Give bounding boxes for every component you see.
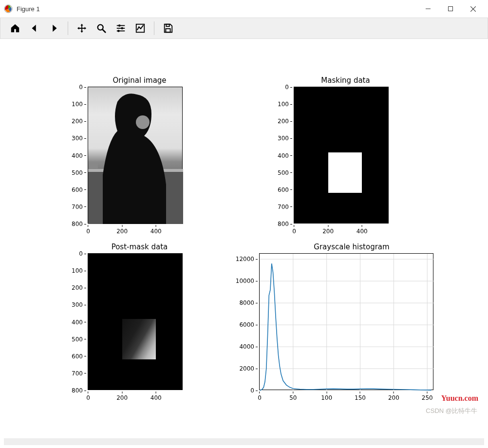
svg-line-6 [103, 30, 106, 33]
pan-button[interactable] [73, 19, 91, 37]
toolbar-separator [154, 21, 154, 35]
window-title: Figure 1 [17, 5, 417, 13]
back-button[interactable] [26, 19, 43, 37]
mask-image: 0100200300400500600700800 0200400 [294, 87, 389, 224]
svg-rect-14 [166, 24, 169, 27]
svg-point-18 [136, 115, 150, 129]
y-axis: 0100200300400500600700800 [67, 87, 86, 223]
toolbar-separator [68, 21, 68, 35]
x-axis: 050100150200250 [260, 392, 433, 403]
watermark-csdn: CSDN @比特牛牛 [426, 407, 477, 415]
subplot-title: Post-mask data [88, 243, 191, 251]
statusbar [4, 438, 484, 445]
toolbar [0, 18, 488, 39]
subplot-title: Masking data [294, 76, 397, 85]
y-axis: 020004000600080001000012000 [232, 254, 258, 390]
subplot-title: Grayscale histogram [259, 243, 444, 251]
subplot-title: Original image [88, 76, 191, 85]
svg-point-10 [121, 27, 123, 30]
histogram-chart: 020004000600080001000012000 050100150200… [259, 253, 433, 390]
x-axis: 0200400 [294, 225, 388, 237]
x-axis: 0200400 [88, 392, 182, 403]
home-button[interactable] [6, 19, 24, 37]
subplot-original-image: Original image 0100200300400500600700800… [88, 76, 191, 224]
edit-axes-button[interactable] [131, 19, 149, 37]
watermark-yuucn: Yuucn.com [441, 394, 478, 403]
save-button[interactable] [159, 19, 177, 37]
window-controls [417, 1, 484, 17]
app-icon [4, 4, 13, 13]
svg-point-8 [118, 24, 121, 27]
y-axis: 0100200300400500600700800 [273, 87, 292, 223]
svg-rect-2 [449, 7, 453, 11]
configure-subplots-button[interactable] [112, 19, 130, 37]
y-axis: 0100200300400500600700800 [67, 254, 86, 390]
svg-rect-19 [89, 163, 98, 168]
post-mask-image: 0100200300400500600700800 0200400 [88, 253, 183, 390]
x-axis: 0200400 [88, 225, 182, 237]
titlebar: Figure 1 [0, 0, 488, 18]
close-button[interactable] [462, 1, 484, 17]
maximize-button[interactable] [439, 1, 462, 17]
subplot-masking-data: Masking data 0100200300400500600700800 0… [294, 76, 397, 224]
subplot-histogram: Grayscale histogram 02000400060008000100… [259, 243, 444, 390]
minimize-button[interactable] [417, 1, 439, 17]
original-image-placeholder: 0100200300400500600700800 0200400 [88, 87, 183, 224]
figure-canvas[interactable]: Original image 0100200300400500600700800… [1, 39, 487, 426]
zoom-button[interactable] [93, 19, 110, 37]
svg-rect-15 [166, 29, 170, 32]
forward-button[interactable] [45, 19, 63, 37]
subplot-post-mask-data: Post-mask data 0100200300400500600700800… [88, 243, 191, 390]
svg-point-12 [117, 30, 120, 32]
